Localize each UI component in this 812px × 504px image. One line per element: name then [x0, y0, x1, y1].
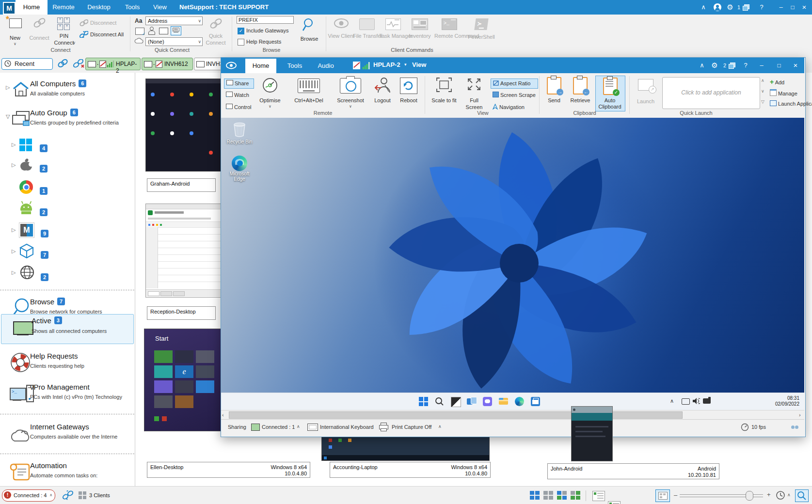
tray-chevron-icon[interactable]: ∧ — [670, 398, 674, 404]
include-gateways-checkbox[interactable]: ✓ — [238, 28, 244, 34]
view-horizontal-scrollbar[interactable]: ‹ › — [221, 410, 804, 420]
user-avatar-icon[interactable] — [714, 3, 721, 11]
manage-applications-button[interactable]: Manage — [770, 89, 797, 97]
help-icon[interactable]: ? — [757, 0, 766, 15]
view-tab-tools[interactable]: Tools — [280, 59, 309, 73]
launch-button[interactable]: ↗ Launch — [633, 77, 658, 91]
screen-scrape-button[interactable]: Screen Scrape — [491, 91, 539, 100]
close-icon[interactable]: × — [799, 0, 810, 15]
tile-label-john-android[interactable]: John-Android Android 10.20.10.81 — [547, 463, 719, 479]
settings-gear-icon[interactable]: ⚙ — [725, 0, 735, 15]
scale-to-fit-button[interactable]: Scale to fit — [429, 77, 460, 94]
zoom-slider-thumb[interactable] — [746, 491, 753, 501]
auto-clipboard-button[interactable]: ✓ Auto Clipboard — [595, 76, 625, 111]
tile-label-ellen-desktop[interactable]: Ellen-Desktop Windows 8 x64 10.0.4.80 — [147, 462, 310, 478]
thumbnail-reception-desktop[interactable] — [145, 204, 222, 298]
view-tab-home[interactable]: Home — [245, 59, 276, 73]
desktop-icon-microsoft-edge[interactable]: Microsoft Edge — [225, 156, 254, 185]
tile-label-reception-desktop[interactable]: Reception-Desktop — [147, 306, 216, 320]
list-view-icon-1[interactable] — [592, 491, 605, 501]
tab-remote[interactable]: Remote — [48, 0, 80, 15]
connected-status-pill[interactable]: ! Connected : 4 ∧ — [2, 489, 55, 502]
expander-icon[interactable]: ▷ — [12, 227, 16, 233]
help-requests-checkbox[interactable] — [238, 39, 244, 46]
tray-device-icon[interactable] — [703, 398, 711, 404]
close-icon[interactable]: × — [790, 58, 801, 73]
tab-home[interactable]: Home — [16, 0, 48, 15]
send-clipboard-button[interactable]: → Send — [543, 77, 565, 94]
launch-application-button[interactable]: Launch Application — [770, 100, 812, 108]
quick-launch-app-box[interactable]: Click to add application — [662, 77, 760, 109]
retrieve-clipboard-button[interactable]: ← Retrieve — [567, 77, 593, 94]
layered-windows-icon[interactable] — [743, 4, 749, 10]
control-button[interactable]: Control → — [224, 103, 255, 112]
settings-gear-icon[interactable]: ⚙ — [710, 58, 719, 73]
browse-button[interactable]: Browse — [297, 16, 322, 34]
sidebar-item-vpro-management[interactable]: >_ vPro Management PCs with Intel (c) vP… — [0, 380, 134, 408]
chevron-up-icon[interactable]: ∧ — [697, 58, 707, 73]
scroll-up-icon[interactable]: ∧ — [761, 78, 764, 83]
link-icon[interactable] — [57, 59, 68, 68]
app-box-scroll[interactable]: ∧ ∨ ▽ — [761, 77, 768, 108]
logout-button[interactable]: Logout — [370, 77, 395, 95]
sidebar-group-vpro-box[interactable]: ▷ 7 — [0, 242, 134, 263]
sidebar-item-active[interactable]: Active3 Shows all connected computers — [1, 314, 134, 344]
task-view-icon[interactable] — [467, 397, 476, 406]
zoom-out-minus[interactable]: – — [674, 491, 677, 499]
expander-icon[interactable]: ▷ — [12, 269, 16, 276]
tray-volume-icon[interactable] — [692, 397, 700, 405]
view-client-button[interactable]: View Client — [330, 17, 353, 31]
zoom-in-plus[interactable]: + — [767, 491, 771, 498]
file-transfer-button[interactable]: File Transfer — [355, 17, 379, 30]
edge-icon[interactable] — [515, 397, 524, 406]
sidebar-item-all-computers[interactable]: ▷ All Computers6 All available computers — [0, 77, 134, 105]
remote-command-button[interactable]: >_ Remote Command — [434, 17, 464, 30]
tab-desktop[interactable]: Desktop — [80, 0, 118, 15]
sidebar-item-auto-group[interactable]: ▽ Auto Group6 Clients grouped by predefi… — [0, 106, 134, 134]
scroll-left-icon[interactable]: ‹ — [222, 412, 224, 418]
chevron-up-icon[interactable]: ∧ — [438, 424, 442, 429]
minimize-icon[interactable]: – — [756, 58, 767, 73]
connect-button[interactable]: Connect — [28, 16, 50, 31]
disconnect-button[interactable]: Disconnect — [80, 18, 120, 28]
expander-icon[interactable]: ▷ — [12, 142, 16, 148]
sidebar-group-internet[interactable]: ▷ 2 — [0, 264, 134, 285]
expander-icon[interactable]: ▽ — [6, 113, 10, 120]
optimise-button[interactable]: Optimise ∨ — [256, 77, 284, 95]
refresh-clock-icon[interactable] — [776, 490, 785, 500]
chevron-up-icon[interactable]: ∧ — [699, 0, 708, 15]
maximize-icon[interactable]: □ — [787, 0, 798, 15]
reboot-button[interactable]: Reboot — [397, 77, 421, 94]
desktop-icon-recycle-bin[interactable]: Recycle Bin — [225, 122, 254, 147]
magnify-button[interactable] — [795, 489, 809, 502]
layout-grid-blue-icon[interactable] — [530, 491, 540, 500]
address-dropdown[interactable]: Address∨ — [145, 16, 203, 25]
thumbnail-ellen-desktop[interactable]: Start e — [144, 329, 222, 431]
tile-label-accounting-laptop[interactable]: Accounting-Laptop Windows 8 x64 10.0.4.8… — [330, 462, 491, 478]
thumbnail-graham-android[interactable] — [145, 79, 223, 172]
remote-desktop-view[interactable]: Recycle Bin Microsoft Edge — [221, 118, 804, 410]
layout-grid-gray-icon[interactable] — [543, 491, 553, 500]
chevron-up-icon[interactable]: ∧ — [787, 492, 791, 497]
expander-icon[interactable]: ▷ — [6, 84, 10, 91]
tray-network-icon[interactable] — [682, 398, 690, 405]
scrollbar-thumb[interactable] — [229, 411, 683, 419]
list-view-icon-2[interactable] — [608, 501, 621, 504]
scroll-down-icon[interactable]: ∨ — [761, 89, 764, 94]
scroll-right-icon[interactable]: › — [799, 412, 801, 418]
user-browse-icon[interactable] — [148, 27, 155, 34]
remote-taskbar[interactable]: ∧ 08:31 02/09/2022 — [221, 393, 804, 410]
sidebar-item-internet-gateways[interactable]: Internet Gateways Computers available ov… — [0, 420, 134, 448]
full-screen-button[interactable]: Full Screen — [462, 77, 486, 94]
connection-tab-invh612[interactable]: · INVH612 — [142, 58, 193, 70]
powershell-button[interactable]: ≻ PowerShell — [466, 17, 496, 30]
prefix-input[interactable] — [237, 16, 294, 24]
tile-label-graham-android[interactable]: Graham-Android — [147, 178, 216, 192]
store-icon[interactable] — [531, 397, 540, 406]
widgets-icon[interactable] — [451, 397, 461, 407]
sidebar-item-help-requests[interactable]: Help Requests Clients requesting help — [0, 349, 134, 377]
sidebar-group-windows[interactable]: ▷ 4 — [0, 137, 134, 156]
unlink-icon[interactable] — [73, 59, 84, 68]
scroll-end-icon[interactable]: ▽ — [761, 99, 764, 104]
chevron-up-icon[interactable]: ∧ — [297, 424, 300, 429]
